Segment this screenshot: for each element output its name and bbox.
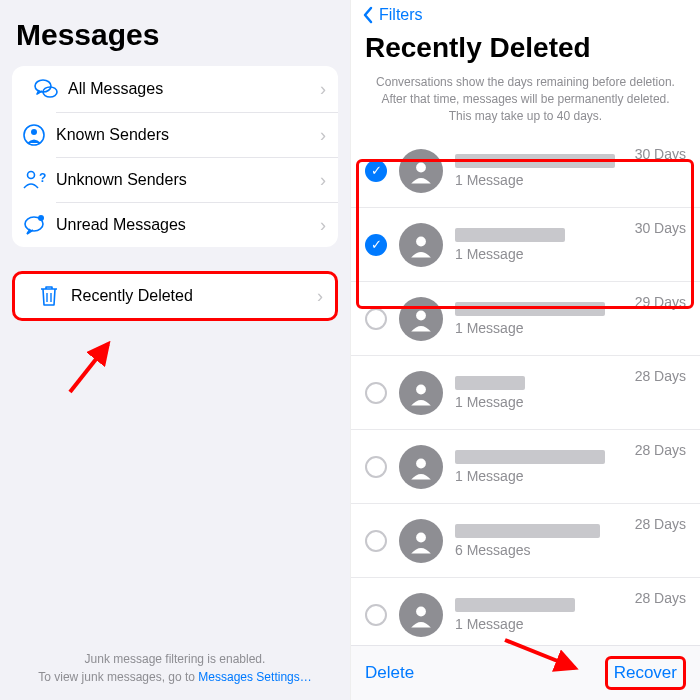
svg-point-13 xyxy=(416,310,426,320)
page-title: Messages xyxy=(8,0,342,66)
back-label: Filters xyxy=(379,6,423,24)
checkbox-unselected-icon[interactable] xyxy=(365,604,387,626)
redacted-name xyxy=(455,524,600,538)
checkbox-selected-icon[interactable]: ✓ xyxy=(365,234,387,256)
avatar-icon xyxy=(399,593,443,637)
person-circle-icon xyxy=(12,123,56,147)
conversation-row[interactable]: 1 Message28 Days xyxy=(351,578,700,645)
svg-text:?: ? xyxy=(39,171,46,185)
redacted-name xyxy=(455,302,605,316)
checkbox-unselected-icon[interactable] xyxy=(365,530,387,552)
filter-label: Unknown Senders xyxy=(56,171,320,189)
filter-label: Recently Deleted xyxy=(71,287,317,305)
recover-button[interactable]: Recover xyxy=(605,656,686,690)
svg-point-14 xyxy=(416,384,426,394)
redacted-name xyxy=(455,228,565,242)
redacted-name xyxy=(455,450,605,464)
filter-row-all-messages[interactable]: All Messages› xyxy=(12,66,338,112)
person-question-icon: ? xyxy=(12,168,56,192)
chevron-right-icon: › xyxy=(320,215,326,236)
message-count: 6 Messages xyxy=(455,542,686,558)
filter-group-main: All Messages›Known Senders›?Unknown Send… xyxy=(12,66,338,247)
message-count: 1 Message xyxy=(455,320,686,336)
footer-line2: To view junk messages, go to Messages Se… xyxy=(0,668,350,686)
conversation-row[interactable]: ✓1 Message30 Days xyxy=(351,134,700,208)
filter-row-unknown-senders[interactable]: ?Unknown Senders› xyxy=(56,157,338,202)
chevron-right-icon: › xyxy=(320,79,326,100)
days-remaining: 30 Days xyxy=(635,146,686,162)
svg-point-15 xyxy=(416,458,426,468)
delete-button[interactable]: Delete xyxy=(365,663,414,683)
svg-point-4 xyxy=(28,172,35,179)
days-remaining: 28 Days xyxy=(635,516,686,532)
bottom-toolbar: Delete Recover xyxy=(351,645,700,700)
days-remaining: 28 Days xyxy=(635,368,686,384)
conversation-row[interactable]: 1 Message29 Days xyxy=(351,282,700,356)
conversation-row[interactable]: 1 Message28 Days xyxy=(351,356,700,430)
checkbox-unselected-icon[interactable] xyxy=(365,456,387,478)
filter-row-unread-messages[interactable]: Unread Messages› xyxy=(56,202,338,247)
avatar-icon xyxy=(399,519,443,563)
avatar-icon xyxy=(399,297,443,341)
redacted-name xyxy=(455,598,575,612)
chat-dot-icon xyxy=(12,213,56,237)
message-count: 1 Message xyxy=(455,616,686,632)
checkbox-selected-icon[interactable]: ✓ xyxy=(365,160,387,182)
redacted-name xyxy=(455,376,525,390)
svg-point-3 xyxy=(31,129,37,135)
svg-point-11 xyxy=(416,162,426,172)
chevron-right-icon: › xyxy=(317,286,323,307)
message-count: 1 Message xyxy=(455,468,686,484)
filter-row-recently-deleted[interactable]: Recently Deleted› xyxy=(15,274,335,318)
svg-point-17 xyxy=(416,606,426,616)
message-count: 1 Message xyxy=(455,172,686,188)
conversation-row[interactable]: ✓1 Message30 Days xyxy=(351,208,700,282)
back-button[interactable]: Filters xyxy=(351,0,700,30)
chevron-right-icon: › xyxy=(320,170,326,191)
deleted-conversations-list: ✓1 Message30 Days✓1 Message30 Days1 Mess… xyxy=(351,134,700,645)
svg-point-12 xyxy=(416,236,426,246)
conversation-row[interactable]: 1 Message28 Days xyxy=(351,430,700,504)
filter-label: Unread Messages xyxy=(56,216,320,234)
checkbox-unselected-icon[interactable] xyxy=(365,308,387,330)
filter-label: Known Senders xyxy=(56,126,320,144)
days-remaining: 29 Days xyxy=(635,294,686,310)
days-remaining: 28 Days xyxy=(635,442,686,458)
footer-line1: Junk message filtering is enabled. xyxy=(0,650,350,668)
info-subtitle: Conversations show the days remaining be… xyxy=(351,70,700,134)
svg-point-7 xyxy=(38,215,44,221)
chat-bubbles-icon xyxy=(24,76,68,102)
footer-text: Junk message filtering is enabled. To vi… xyxy=(0,650,350,686)
recently-deleted-panel: Filters Recently Deleted Conversations s… xyxy=(350,0,700,700)
chevron-right-icon: › xyxy=(320,125,326,146)
avatar-icon xyxy=(399,223,443,267)
checkbox-unselected-icon[interactable] xyxy=(365,382,387,404)
message-count: 1 Message xyxy=(455,246,686,262)
svg-point-16 xyxy=(416,532,426,542)
message-count: 1 Message xyxy=(455,394,686,410)
filter-group-deleted: Recently Deleted› xyxy=(12,271,338,321)
page-title: Recently Deleted xyxy=(351,30,700,70)
days-remaining: 30 Days xyxy=(635,220,686,236)
filter-label: All Messages xyxy=(68,80,320,98)
conversation-row[interactable]: 6 Messages28 Days xyxy=(351,504,700,578)
svg-line-10 xyxy=(70,344,108,392)
avatar-icon xyxy=(399,445,443,489)
annotation-arrow-icon xyxy=(60,332,130,402)
avatar-icon xyxy=(399,149,443,193)
messages-filter-panel: Messages All Messages›Known Senders›?Unk… xyxy=(0,0,350,700)
redacted-name xyxy=(455,154,615,168)
filter-row-known-senders[interactable]: Known Senders› xyxy=(56,112,338,157)
chevron-left-icon xyxy=(361,6,375,24)
days-remaining: 28 Days xyxy=(635,590,686,606)
trash-icon xyxy=(27,284,71,308)
avatar-icon xyxy=(399,371,443,415)
messages-settings-link[interactable]: Messages Settings… xyxy=(198,670,311,684)
